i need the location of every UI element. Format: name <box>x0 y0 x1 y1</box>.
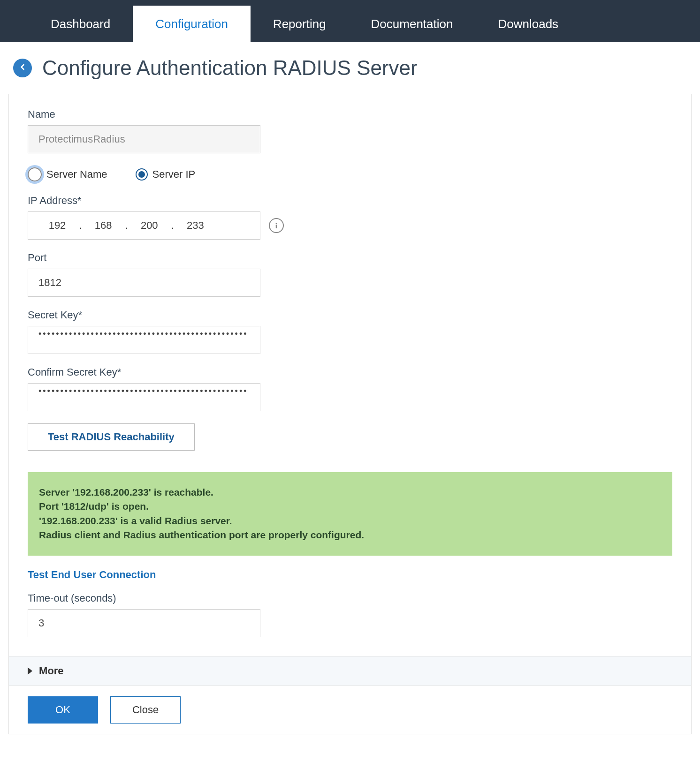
ip-octet-4[interactable] <box>176 219 214 232</box>
ip-field: IP Address* . . . <box>28 195 672 240</box>
ip-dot: . <box>76 219 84 232</box>
test-radius-button[interactable]: Test RADIUS Reachability <box>28 423 195 451</box>
radio-label: Server Name <box>46 168 107 181</box>
nav-label: Downloads <box>498 17 558 31</box>
nav-reporting[interactable]: Reporting <box>251 6 349 42</box>
form-panel: Name Server Name Server IP IP Address* .… <box>8 94 692 656</box>
nav-downloads[interactable]: Downloads <box>475 6 581 42</box>
secret-input[interactable]: ••••••••••••••••••••••••••••••••••••••••… <box>28 326 260 354</box>
arrow-left-icon <box>18 62 27 74</box>
footer-actions: OK Close <box>8 686 692 734</box>
nav-label: Documentation <box>371 17 453 31</box>
svg-point-0 <box>276 223 277 224</box>
test-end-user-link[interactable]: Test End User Connection <box>28 569 156 581</box>
confirm-secret-label: Confirm Secret Key* <box>28 366 672 378</box>
port-input[interactable] <box>28 269 260 297</box>
secret-label: Secret Key* <box>28 309 672 321</box>
confirm-secret-input[interactable]: ••••••••••••••••••••••••••••••••••••••••… <box>28 383 260 411</box>
top-accent-bar <box>0 0 700 6</box>
status-line: Port '1812/udp' is open. <box>39 499 661 513</box>
close-label: Close <box>132 704 159 716</box>
name-field: Name <box>28 108 672 153</box>
ip-octet-2[interactable] <box>84 219 122 232</box>
port-label: Port <box>28 252 672 264</box>
ok-label: OK <box>55 704 70 716</box>
back-button[interactable] <box>13 59 32 77</box>
ip-input[interactable]: . . . <box>28 211 260 240</box>
main-nav: Dashboard Configuration Reporting Docume… <box>0 6 700 42</box>
secret-field: Secret Key* ••••••••••••••••••••••••••••… <box>28 309 672 354</box>
ip-octet-3[interactable] <box>130 219 168 232</box>
port-field: Port <box>28 252 672 297</box>
radio-icon <box>136 168 148 181</box>
name-input[interactable] <box>28 125 260 153</box>
radio-icon <box>28 167 42 181</box>
status-line: Radius client and Radius authentication … <box>39 528 661 542</box>
nav-label: Dashboard <box>51 17 110 31</box>
ip-dot: . <box>122 219 130 232</box>
caret-right-icon <box>28 667 32 675</box>
status-line: Server '192.168.200.233' is reachable. <box>39 485 661 499</box>
svg-rect-1 <box>276 225 277 228</box>
nav-documentation[interactable]: Documentation <box>349 6 476 42</box>
nav-label: Configuration <box>155 17 228 31</box>
close-button[interactable]: Close <box>110 696 181 724</box>
timeout-field: Time-out (seconds) <box>28 592 672 637</box>
server-type-radio-group: Server Name Server IP <box>28 167 672 181</box>
status-line: '192.168.200.233' is a valid Radius serv… <box>39 514 661 528</box>
radio-server-ip[interactable]: Server IP <box>136 168 196 181</box>
ip-label: IP Address* <box>28 195 672 207</box>
nav-configuration[interactable]: Configuration <box>133 6 251 42</box>
ip-dot: . <box>168 219 176 232</box>
more-label: More <box>39 665 64 677</box>
confirm-secret-field: Confirm Secret Key* ••••••••••••••••••••… <box>28 366 672 411</box>
page-title: Configure Authentication RADIUS Server <box>42 56 418 80</box>
info-icon[interactable] <box>269 218 284 233</box>
nav-label: Reporting <box>273 17 326 31</box>
timeout-label: Time-out (seconds) <box>28 592 672 604</box>
more-expander[interactable]: More <box>8 656 692 686</box>
test-radius-label: Test RADIUS Reachability <box>48 431 175 443</box>
ok-button[interactable]: OK <box>28 696 98 724</box>
page-header: Configure Authentication RADIUS Server <box>0 42 700 94</box>
timeout-input[interactable] <box>28 609 260 637</box>
radio-server-name[interactable]: Server Name <box>28 167 107 181</box>
nav-dashboard[interactable]: Dashboard <box>28 6 133 42</box>
radio-label: Server IP <box>152 168 196 181</box>
name-label: Name <box>28 108 672 121</box>
ip-octet-1[interactable] <box>38 219 76 232</box>
status-message: Server '192.168.200.233' is reachable. P… <box>28 472 672 556</box>
